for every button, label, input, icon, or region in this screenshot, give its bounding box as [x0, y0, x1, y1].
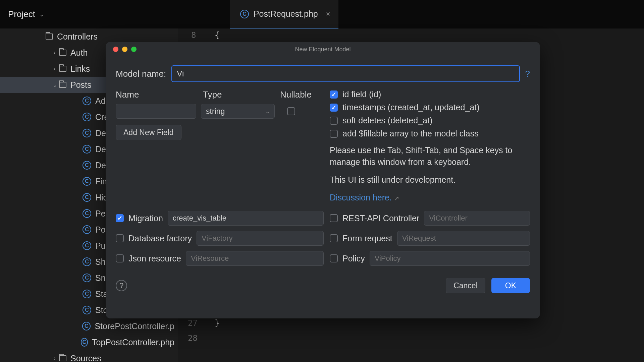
migration-input[interactable] [168, 211, 324, 226]
discussion-link-text: Discussion here. [330, 193, 392, 202]
migration-checkbox[interactable] [116, 214, 124, 222]
new-eloquent-model-dialog: New Eloquent Model Model name: ? Name Ty… [106, 42, 540, 318]
column-type-header: Type [203, 89, 280, 100]
tree-item[interactable]: CStorePostController.p [0, 318, 178, 334]
tree-item-label: TopPostController.php [92, 338, 174, 347]
modelname-label: Model name: [116, 69, 166, 79]
timestamps-checkbox[interactable] [330, 104, 338, 112]
fillable-checkbox[interactable] [330, 130, 338, 138]
folder-icon [59, 50, 66, 56]
php-class-icon: C [83, 257, 91, 266]
keyboard-hint: Please use the Tab, Shift-Tab, and Space… [330, 144, 530, 168]
field-nullable-checkbox[interactable] [287, 107, 295, 115]
softdeletes-checkbox[interactable] [330, 117, 338, 125]
chevron-down-icon: ⌄ [39, 11, 44, 18]
id-field-checkbox[interactable] [330, 90, 338, 99]
maximize-window-icon[interactable] [131, 47, 137, 52]
folder-icon [59, 66, 66, 72]
php-class-icon: C [83, 177, 91, 186]
policy-input[interactable] [370, 251, 530, 266]
jsonresource-input[interactable] [186, 251, 324, 266]
jsonresource-checkbox[interactable] [116, 254, 124, 262]
dialog-title: New Eloquent Model [106, 46, 540, 53]
migration-label: Migration [128, 214, 163, 223]
chevron-icon: › [50, 50, 59, 56]
folder-icon [46, 34, 53, 40]
restcontroller-label: REST-API Controller [342, 214, 419, 223]
minimize-window-icon[interactable] [122, 47, 127, 52]
chevron-icon: ⌄ [50, 82, 59, 88]
project-dropdown[interactable]: Project ⌄ [0, 0, 52, 28]
help-button[interactable]: ? [116, 280, 127, 291]
php-class-icon: C [81, 338, 88, 347]
column-name-header: Name [116, 89, 203, 100]
folder-icon [59, 355, 66, 361]
php-class-icon: C [83, 306, 91, 314]
ok-button[interactable]: OK [491, 278, 530, 293]
tree-item-label: Links [70, 64, 90, 74]
php-class-icon: C [82, 322, 91, 330]
tree-item[interactable]: ›Sources [0, 350, 178, 362]
dbfactory-input[interactable] [197, 231, 324, 246]
help-icon[interactable]: ? [525, 69, 530, 79]
tree-item-label: Posts [70, 80, 92, 90]
php-class-icon: C [83, 290, 91, 298]
tree-item-label: StorePostController.p [95, 321, 174, 331]
tree-item-label: Auth [70, 48, 88, 58]
field-name-input[interactable] [116, 104, 196, 119]
line-number: 8 [191, 31, 196, 40]
tree-item-label: Controllers [57, 32, 98, 42]
modelname-input[interactable] [171, 65, 520, 82]
id-field-label: id field (id) [342, 89, 381, 99]
restcontroller-input[interactable] [424, 211, 530, 226]
chevron-icon: › [50, 66, 59, 72]
php-class-icon: C [83, 113, 91, 121]
php-class-icon: C [83, 129, 91, 137]
chevron-down-icon: ⌄ [265, 108, 270, 115]
php-class-icon: C [83, 145, 91, 154]
php-class-icon: C [83, 209, 91, 218]
formrequest-input[interactable] [397, 231, 530, 246]
dbfactory-checkbox[interactable] [116, 234, 124, 242]
dev-hint: This UI is still under development. [330, 174, 530, 186]
jsonresource-label: Json resource [128, 254, 181, 263]
line-number: 28 [188, 334, 198, 343]
php-class-icon: C [240, 10, 249, 18]
php-class-icon: C [83, 225, 91, 234]
php-class-icon: C [83, 97, 91, 105]
dbfactory-label: Database factory [128, 234, 192, 243]
project-label: Project [8, 9, 35, 19]
tab-label: PostRequest.php [254, 9, 318, 19]
timestamps-label: timestamps (created_at, updated_at) [342, 103, 480, 112]
field-type-select[interactable]: string ⌄ [201, 104, 275, 119]
restcontroller-checkbox[interactable] [330, 214, 338, 222]
cancel-button[interactable]: Cancel [446, 278, 485, 293]
php-class-icon: C [83, 161, 91, 170]
php-class-icon: C [83, 274, 91, 282]
tree-item-label: Sources [70, 354, 101, 362]
tree-item[interactable]: CTopPostController.php [0, 334, 178, 350]
folder-icon [59, 82, 66, 88]
policy-checkbox[interactable] [330, 254, 338, 262]
fillable-label: add $fillable array to the model class [342, 129, 479, 138]
policy-label: Policy [342, 254, 365, 263]
code-brace: { [215, 31, 219, 40]
softdeletes-label: soft deletes (deleted_at) [342, 116, 432, 125]
editor-tab[interactable]: C PostRequest.php × [230, 0, 338, 28]
formrequest-label: Form request [342, 234, 392, 243]
line-number: 27 [188, 318, 198, 328]
code-brace: } [215, 318, 219, 328]
external-link-icon: ↗ [394, 195, 399, 202]
php-class-icon: C [83, 193, 91, 202]
close-window-icon[interactable] [113, 47, 118, 52]
field-type-value: string [206, 107, 225, 116]
close-icon[interactable]: × [326, 10, 330, 18]
discussion-link[interactable]: Discussion here. ↗ [330, 193, 399, 202]
php-class-icon: C [83, 241, 91, 250]
chevron-icon: › [50, 355, 59, 361]
formrequest-checkbox[interactable] [330, 234, 338, 242]
column-nullable-header: Nullable [280, 89, 324, 100]
add-new-field-button[interactable]: Add New Field [116, 125, 181, 140]
